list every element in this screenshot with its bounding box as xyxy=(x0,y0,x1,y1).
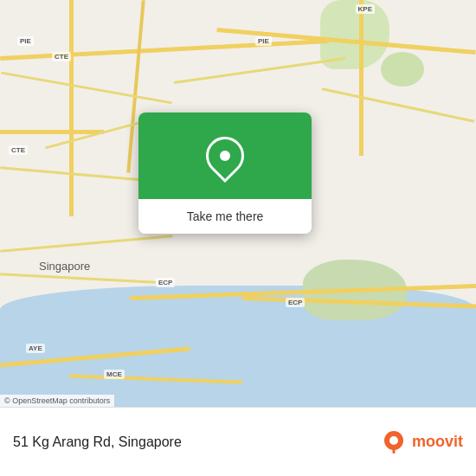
svg-point-1 xyxy=(389,436,398,445)
moovit-icon xyxy=(381,429,407,455)
road-misc5 xyxy=(0,273,156,283)
map-attribution: © OpenStreetMap contributors xyxy=(0,395,114,407)
tooltip-card: Take me there xyxy=(138,113,312,234)
moovit-text: moovit xyxy=(412,433,463,451)
pin-dot xyxy=(220,151,230,161)
road-label-cte-top: CTE xyxy=(52,52,71,61)
road-misc6 xyxy=(174,57,345,84)
city-label: Singapore xyxy=(39,260,90,273)
road-misc7 xyxy=(322,87,475,122)
road-label-ecp-right: ECP xyxy=(286,298,305,307)
map-background: PIE PIE CTE CTE KPE ECP ECP AYE MCE Sing… xyxy=(0,0,476,407)
road-label-ecp-left: ECP xyxy=(156,278,175,287)
map-pointer xyxy=(219,205,233,215)
road-pie-top xyxy=(0,39,329,61)
road-cte-left xyxy=(69,0,74,216)
map-container: PIE PIE CTE CTE KPE ECP ECP AYE MCE Sing… xyxy=(0,0,476,407)
road-kpe xyxy=(359,0,363,156)
road-cte-right xyxy=(0,130,104,134)
road-label-cte-mid: CTE xyxy=(9,145,28,155)
road-label-aye: AYE xyxy=(26,344,45,353)
road-label-pie-left: PIE xyxy=(17,36,34,46)
road-label-pie-right: PIE xyxy=(255,36,272,46)
moovit-logo: moovit xyxy=(381,429,463,455)
park-west xyxy=(381,52,424,87)
road-label-mce: MCE xyxy=(104,370,125,379)
road-misc1 xyxy=(1,72,171,105)
road-misc3 xyxy=(0,166,156,183)
take-me-there-button[interactable]: Take me there xyxy=(138,199,312,234)
road-misc4 xyxy=(0,235,173,252)
bottom-bar: 51 Kg Arang Rd, Singapore moovit xyxy=(0,407,476,476)
address-section: 51 Kg Arang Rd, Singapore xyxy=(13,434,182,450)
location-pin xyxy=(206,137,244,175)
address-text: 51 Kg Arang Rd, Singapore xyxy=(13,434,182,450)
svg-rect-2 xyxy=(392,448,395,453)
road-label-kpe: KPE xyxy=(356,4,375,14)
tooltip-green-bg xyxy=(138,113,312,199)
